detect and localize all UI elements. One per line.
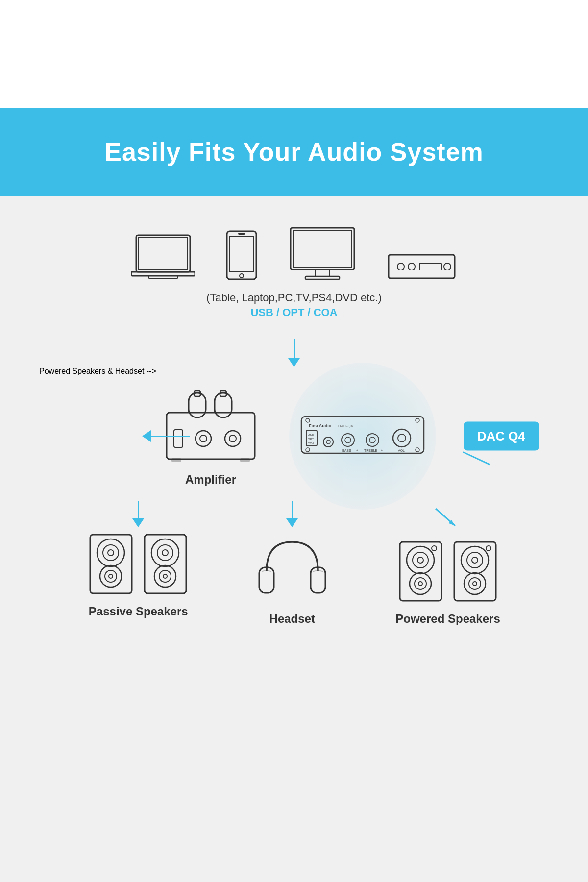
header-banner: Easily Fits Your Audio System (0, 108, 588, 196)
tablet-icon (224, 230, 259, 282)
powered-speakers-label: Powered Speakers (395, 612, 500, 626)
svg-point-24 (200, 435, 207, 442)
laptop-device (131, 233, 195, 282)
svg-rect-3 (148, 276, 178, 278)
page-title: Easily Fits Your Audio System (104, 137, 484, 167)
powered-speakers-group: Powered Speakers (395, 501, 500, 626)
svg-point-45 (398, 434, 406, 442)
svg-text:BASS: BASS (342, 449, 351, 452)
tablet-device (224, 230, 259, 282)
svg-point-37 (326, 440, 330, 444)
svg-rect-1 (139, 238, 188, 270)
svg-point-63 (151, 539, 179, 566)
svg-point-66 (154, 565, 176, 587)
dac-to-powered-arrow (463, 451, 492, 453)
svg-point-26 (229, 435, 236, 442)
svg-point-42 (369, 437, 375, 443)
svg-rect-5 (229, 236, 254, 271)
svg-point-78 (415, 578, 426, 589)
svg-text:TREBLE: TREBLE (364, 449, 378, 452)
svg-point-85 (464, 573, 486, 594)
arrow-down-headset (286, 518, 298, 527)
svg-rect-15 (419, 263, 441, 270)
dac-to-powered-arrow-indicator (433, 506, 463, 531)
svg-point-67 (159, 570, 171, 582)
svg-rect-11 (305, 276, 340, 279)
monitor-icon (288, 225, 357, 282)
passive-speakers-icons (88, 532, 189, 596)
main-content: (Table, Laptop,PC,TV,PS4,DVD etc.) USB /… (0, 196, 588, 882)
passive-speaker-left-icon (88, 532, 134, 596)
svg-point-13 (397, 263, 404, 270)
diagonal-arrow-icon (433, 506, 463, 531)
svg-point-83 (467, 552, 483, 568)
svg-rect-12 (389, 255, 455, 278)
svg-text:USB: USB (308, 433, 314, 436)
middle-section: Amplifier Fosi Audio DAC-Q4 USB (39, 386, 549, 487)
svg-point-88 (486, 546, 491, 551)
svg-rect-62 (145, 535, 186, 593)
svg-rect-29 (301, 416, 424, 453)
svg-point-14 (408, 263, 415, 270)
svg-point-6 (240, 274, 244, 278)
source-to-dac-arrow (39, 339, 549, 367)
monitor-device (288, 225, 357, 282)
connection-type-text: USB / OPT / COA (39, 306, 549, 319)
dac-q4-icon: Fosi Audio DAC-Q4 USB OPT COA BASS (299, 412, 426, 461)
svg-rect-0 (136, 235, 190, 272)
svg-point-74 (407, 546, 434, 574)
svg-rect-9 (293, 230, 352, 268)
powered-speaker-right-icon (452, 539, 498, 603)
svg-point-57 (103, 545, 119, 561)
svg-rect-4 (227, 231, 256, 279)
svg-point-77 (410, 573, 431, 594)
svg-point-82 (461, 546, 489, 574)
svg-point-48 (416, 418, 419, 422)
dac-to-amp-arrow (142, 430, 190, 442)
svg-point-49 (306, 448, 310, 452)
powered-speaker-left-icon (397, 539, 444, 603)
svg-text:-: - (388, 449, 389, 452)
arrow-line-horizontal (151, 436, 190, 437)
av-receiver-icon (386, 250, 457, 282)
laptop-icon (131, 233, 195, 282)
source-caption-text: (Table, Laptop,PC,TV,PS4,DVD etc.) (39, 292, 549, 304)
svg-text:+: + (381, 449, 383, 452)
svg-point-41 (366, 434, 379, 446)
passive-speakers-label: Passive Speakers (89, 605, 188, 618)
svg-point-79 (418, 582, 422, 586)
svg-rect-7 (238, 233, 245, 235)
amplifier-label: Amplifier (185, 473, 236, 487)
svg-point-58 (108, 550, 114, 556)
svg-point-44 (393, 429, 411, 447)
svg-text:VOL: VOL (398, 449, 405, 452)
v-line-dac-headset (292, 501, 293, 518)
svg-text:COA: COA (308, 442, 314, 445)
arrow-line-to-powered (463, 451, 490, 465)
dac-to-headset-arrow (286, 501, 298, 527)
svg-point-61 (109, 574, 113, 578)
svg-point-75 (413, 552, 428, 568)
svg-point-60 (105, 570, 117, 582)
passive-speakers-group: Passive Speakers (88, 501, 189, 618)
arrow-down-passive (132, 518, 144, 527)
svg-point-23 (196, 431, 211, 446)
dac-center-group: Fosi Audio DAC-Q4 USB OPT COA BASS (299, 412, 426, 461)
amplifier-icon (162, 386, 260, 464)
svg-rect-55 (90, 535, 132, 593)
svg-point-59 (100, 565, 122, 587)
svg-point-76 (417, 557, 423, 563)
source-captions: (Table, Laptop,PC,TV,PS4,DVD etc.) USB /… (39, 292, 549, 319)
svg-point-87 (473, 582, 477, 586)
svg-point-64 (157, 545, 173, 561)
svg-point-38 (342, 434, 354, 446)
svg-text:+: + (356, 449, 358, 452)
passive-speaker-right-icon (142, 532, 189, 596)
svg-point-50 (416, 448, 419, 452)
svg-point-56 (97, 539, 124, 566)
headset-group: Headset (257, 501, 328, 626)
v-line-amp-passive (138, 501, 139, 518)
headset-icon (257, 532, 328, 603)
dac-device: Fosi Audio DAC-Q4 USB OPT COA BASS (299, 412, 426, 461)
svg-rect-27 (172, 458, 181, 462)
